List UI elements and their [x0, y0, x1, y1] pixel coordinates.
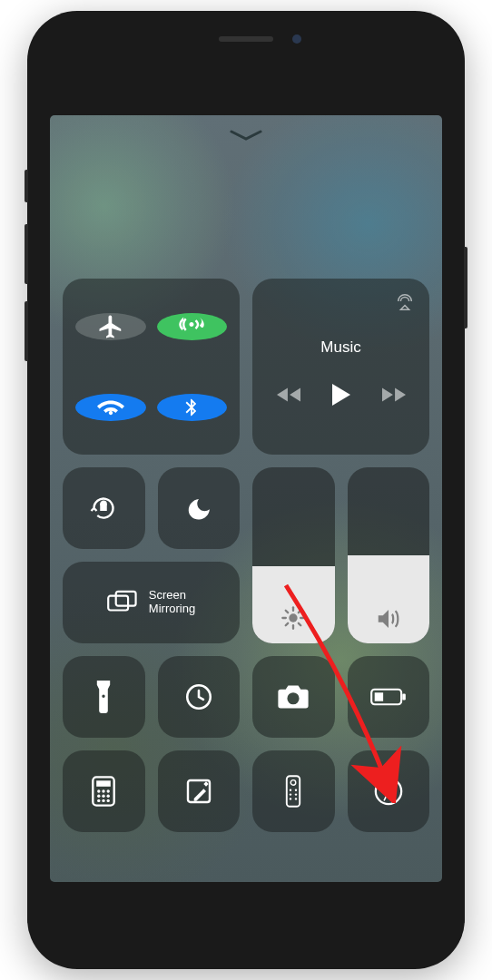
svg-rect-9 — [108, 596, 128, 611]
notes-button[interactable] — [158, 750, 241, 832]
fast-forward-icon[interactable] — [382, 387, 406, 402]
connectivity-group[interactable] — [63, 279, 240, 455]
svg-point-30 — [295, 789, 297, 791]
svg-point-21 — [103, 795, 105, 798]
airplane-mode-button[interactable] — [75, 313, 146, 340]
apple-tv-remote-button[interactable] — [252, 750, 335, 832]
svg-point-0 — [290, 613, 298, 622]
wifi-button[interactable] — [75, 394, 146, 421]
svg-point-22 — [107, 795, 110, 798]
volume-up-button — [25, 224, 28, 284]
svg-line-5 — [286, 611, 288, 612]
control-center-grid: Music — [63, 279, 429, 832]
accessibility-button[interactable] — [348, 750, 430, 832]
svg-point-24 — [103, 799, 105, 802]
svg-point-17 — [97, 789, 100, 792]
svg-rect-10 — [116, 592, 136, 606]
svg-point-33 — [290, 798, 291, 799]
bluetooth-button[interactable] — [157, 394, 228, 421]
svg-rect-14 — [374, 692, 382, 701]
low-power-mode-button[interactable] — [348, 656, 430, 738]
svg-point-34 — [295, 798, 297, 799]
brightness-icon — [280, 605, 306, 631]
brightness-slider[interactable] — [252, 467, 335, 643]
power-button — [464, 247, 467, 328]
phone-frame: Music — [27, 11, 465, 969]
collapse-chevron-icon[interactable] — [230, 130, 262, 142]
volume-down-button — [25, 301, 28, 361]
svg-line-7 — [286, 623, 288, 625]
rewind-icon[interactable] — [277, 387, 300, 402]
airplay-icon[interactable] — [395, 291, 415, 311]
cellular-data-button[interactable] — [157, 313, 228, 340]
mute-switch — [25, 170, 28, 202]
svg-line-6 — [299, 623, 300, 625]
svg-rect-13 — [402, 693, 406, 700]
svg-point-36 — [387, 783, 390, 787]
do-not-disturb-button[interactable] — [158, 467, 241, 549]
camera-button[interactable] — [252, 656, 335, 738]
flashlight-button[interactable] — [63, 656, 145, 738]
calculator-button[interactable] — [63, 750, 145, 832]
svg-point-28 — [290, 780, 296, 786]
orientation-lock-button[interactable] — [63, 467, 145, 549]
volume-slider[interactable] — [348, 467, 430, 643]
svg-point-20 — [97, 795, 100, 798]
timer-button[interactable] — [158, 656, 241, 738]
svg-point-19 — [107, 789, 110, 792]
play-icon[interactable] — [331, 384, 351, 406]
music-title: Music — [320, 338, 360, 357]
svg-point-25 — [107, 799, 110, 802]
screen-mirroring-label: ScreenMirroring — [149, 589, 195, 616]
svg-point-29 — [290, 789, 291, 791]
svg-rect-16 — [96, 780, 111, 787]
svg-point-32 — [295, 793, 297, 795]
svg-point-31 — [290, 793, 291, 795]
svg-line-8 — [299, 611, 300, 612]
svg-point-18 — [103, 789, 105, 792]
volume-icon — [375, 607, 402, 631]
screen-mirroring-icon — [107, 590, 138, 615]
svg-point-23 — [97, 799, 100, 802]
music-panel[interactable]: Music — [252, 279, 429, 455]
screen-mirroring-button[interactable]: ScreenMirroring — [63, 562, 240, 643]
screen: Music — [50, 115, 442, 882]
